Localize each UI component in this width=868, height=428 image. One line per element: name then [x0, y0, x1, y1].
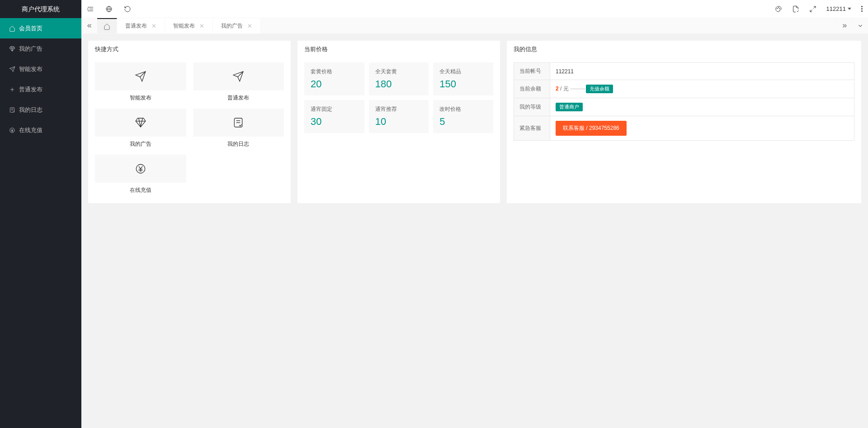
sidebar-item-1[interactable]: 我的广告: [0, 38, 81, 59]
svg-line-19: [813, 6, 816, 9]
support-cell: 联系客服 / 2934755286: [550, 116, 854, 141]
recharge-button[interactable]: 充值余额: [586, 85, 613, 93]
send-icon: [193, 62, 284, 90]
yen-icon: [9, 127, 15, 133]
shortcut-4[interactable]: 在线充值: [95, 155, 186, 194]
tab-label: 我的广告: [221, 18, 243, 33]
sidebar: 商户代理系统 会员首页我的广告智能发布普通发布我的日志在线充值: [0, 0, 81, 428]
note-icon: [193, 109, 284, 137]
content: 快捷方式 智能发布普通发布我的广告我的日志在线充值 当前价格 套黄价格20全天套…: [81, 34, 868, 428]
username: 112211: [826, 5, 846, 12]
price-label: 通宵推荐: [375, 105, 423, 113]
shortcut-label: 我的日志: [193, 140, 284, 148]
price-item-5: 改时价格5: [433, 100, 493, 133]
tabs-dropdown[interactable]: [852, 18, 868, 33]
shortcuts-title: 快捷方式: [88, 41, 291, 58]
prices-card: 当前价格 套黄价格20全天套黄180全天精品150通宵固定30通宵推荐10改时价…: [297, 41, 500, 203]
prices-grid: 套黄价格20全天套黄180全天精品150通宵固定30通宵推荐10改时价格5: [304, 62, 493, 133]
price-item-3: 通宵固定30: [304, 100, 364, 133]
sidebar-item-label: 智能发布: [19, 59, 42, 79]
shortcut-1[interactable]: 普通发布: [193, 62, 284, 102]
price-item-2: 全天精品150: [433, 62, 493, 95]
price-value: 20: [311, 78, 358, 90]
caret-down-icon: [848, 8, 851, 10]
price-value: 30: [311, 116, 358, 128]
sidebar-item-label: 我的日志: [19, 100, 42, 120]
more-icon[interactable]: [861, 6, 863, 12]
svg-point-18: [779, 8, 780, 9]
balance-cell: 2 / 元 ----------- 充值余额: [550, 80, 854, 98]
refresh-icon[interactable]: [124, 5, 131, 13]
shortcut-label: 我的广告: [95, 140, 186, 148]
sidebar-item-4[interactable]: 我的日志: [0, 100, 81, 120]
close-icon[interactable]: ✕: [199, 23, 204, 29]
price-label: 全天精品: [439, 68, 487, 76]
shortcut-label: 智能发布: [95, 94, 186, 102]
sidebar-item-5[interactable]: 在线充值: [0, 120, 81, 140]
price-label: 全天套黄: [375, 68, 423, 76]
info-card: 我的信息 当前帐号 112211 当前余额 2 / 元 -: [507, 41, 861, 203]
tab-1[interactable]: 智能发布✕: [165, 18, 213, 33]
nav-list: 会员首页我的广告智能发布普通发布我的日志在线充值: [0, 18, 81, 140]
level-label: 我的等级: [514, 98, 550, 116]
tabs-bar: 普通发布✕智能发布✕我的广告✕: [81, 18, 868, 34]
shortcut-label: 在线充值: [95, 186, 186, 194]
user-menu[interactable]: 112211: [826, 5, 851, 12]
price-value: 5: [439, 116, 487, 128]
note-icon[interactable]: [792, 5, 799, 13]
svg-point-17: [778, 7, 778, 8]
sidebar-item-2[interactable]: 智能发布: [0, 59, 81, 79]
tab-0[interactable]: 普通发布✕: [117, 18, 165, 33]
shortcut-3[interactable]: 我的日志: [193, 109, 284, 148]
price-value: 180: [375, 78, 423, 90]
tab-2[interactable]: 我的广告✕: [213, 18, 261, 33]
price-item-0: 套黄价格20: [304, 62, 364, 95]
prices-title: 当前价格: [297, 41, 500, 58]
price-value: 150: [439, 78, 487, 90]
yen-icon: [95, 155, 186, 183]
price-item-1: 全天套黄180: [369, 62, 429, 95]
sidebar-item-0[interactable]: 会员首页: [0, 18, 81, 38]
menu-toggle-icon[interactable]: [87, 5, 94, 13]
close-icon[interactable]: ✕: [151, 23, 156, 29]
svg-point-16: [777, 8, 777, 9]
price-label: 改时价格: [439, 105, 487, 113]
support-label: 紧急客服: [514, 116, 550, 141]
price-label: 通宵固定: [311, 105, 358, 113]
close-icon[interactable]: ✕: [247, 23, 252, 29]
sidebar-item-label: 在线充值: [19, 120, 42, 140]
sidebar-item-label: 会员首页: [19, 18, 42, 38]
tab-home[interactable]: [97, 18, 117, 33]
support-button[interactable]: 联系客服 / 2934755286: [556, 121, 627, 136]
shortcut-2[interactable]: 我的广告: [95, 109, 186, 148]
app-title: 商户代理系统: [0, 0, 81, 18]
level-cell: 普通商户: [550, 98, 854, 116]
shortcuts-grid: 智能发布普通发布我的广告我的日志在线充值: [95, 62, 284, 194]
balance-unit: / 元: [559, 86, 569, 92]
balance-value: 2: [556, 86, 559, 92]
shortcut-label: 普通发布: [193, 94, 284, 102]
info-title: 我的信息: [507, 41, 861, 58]
shortcut-0[interactable]: 智能发布: [95, 62, 186, 102]
dashes: -----------: [570, 86, 586, 92]
globe-icon[interactable]: [105, 5, 113, 13]
sidebar-item-label: 普通发布: [19, 79, 42, 100]
tabs-list: 普通发布✕智能发布✕我的广告✕: [97, 18, 836, 33]
account-label: 当前帐号: [514, 63, 550, 80]
account-value: 112211: [550, 63, 854, 80]
svg-line-20: [810, 10, 812, 12]
theme-icon[interactable]: [775, 5, 782, 13]
note-icon: [9, 107, 15, 113]
fullscreen-icon[interactable]: [809, 5, 816, 13]
tab-label: 智能发布: [173, 18, 195, 33]
sidebar-item-3[interactable]: 普通发布: [0, 79, 81, 100]
balance-label: 当前余额: [514, 80, 550, 98]
header: 112211: [81, 0, 868, 18]
sidebar-item-label: 我的广告: [19, 38, 42, 59]
send-icon: [9, 66, 15, 72]
tabs-next[interactable]: [836, 18, 852, 33]
price-item-4: 通宵推荐10: [369, 100, 429, 133]
info-table: 当前帐号 112211 当前余额 2 / 元 ----------- 充值余额: [514, 62, 854, 141]
tabs-prev[interactable]: [81, 18, 97, 33]
diamond-icon: [9, 46, 15, 52]
